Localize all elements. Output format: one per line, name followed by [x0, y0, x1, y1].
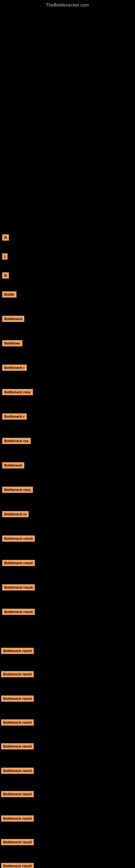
label-10: Bottleneck res [1, 436, 31, 446]
label-9: Bottleneck r [1, 412, 27, 421]
main-content-area: B | B Bottle Bottleneck Bottlenec Bottle… [0, 8, 135, 868]
label-14: Bottleneck result [1, 534, 35, 543]
label-5: Bottleneck [1, 314, 24, 323]
label-6: Bottlenec [1, 339, 22, 348]
label-26: Bottleneck result [0, 837, 34, 847]
label-27: Bottleneck result [0, 861, 34, 868]
label-2: | [1, 252, 8, 261]
label-3: B [1, 271, 9, 280]
label-18: Bottleneck result [0, 646, 34, 656]
label-25: Bottleneck result [0, 814, 34, 823]
site-title: TheBottlenecker.com [0, 0, 135, 8]
label-11: Bottleneck [1, 461, 24, 470]
label-7: Bottleneck r [1, 363, 27, 372]
label-16: Bottleneck result [1, 583, 35, 592]
label-17: Bottleneck result [1, 607, 35, 617]
label-24: Bottleneck result [0, 789, 34, 799]
label-13: Bottleneck re [1, 509, 29, 519]
label-8: Bottleneck resu [1, 388, 33, 397]
label-4: Bottle [1, 290, 16, 299]
label-19: Bottleneck result [0, 670, 34, 679]
label-12: Bottleneck resu [1, 485, 33, 495]
label-1: B [1, 233, 9, 242]
label-22: Bottleneck result [0, 742, 34, 751]
label-20: Bottleneck result [0, 694, 34, 703]
site-header: TheBottlenecker.com [0, 0, 135, 8]
label-21: Bottleneck result [0, 718, 34, 727]
label-15: Bottleneck result [1, 558, 35, 568]
label-23: Bottleneck result [0, 766, 34, 775]
